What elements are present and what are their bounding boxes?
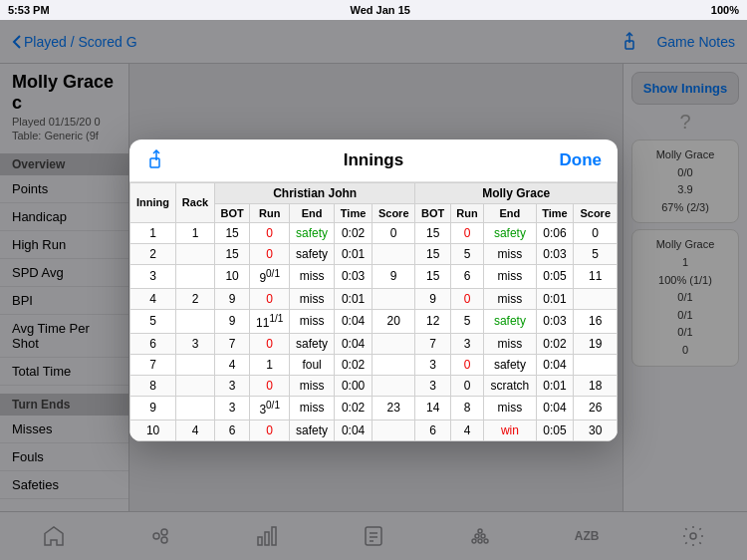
col-cj-end: End bbox=[290, 203, 335, 222]
status-time: 5:53 PM bbox=[8, 4, 50, 16]
modal-done-button[interactable]: Done bbox=[560, 150, 603, 170]
col-mg-run: Run bbox=[450, 203, 483, 222]
col-mg-end: End bbox=[484, 203, 536, 222]
modal-title: Innings bbox=[205, 150, 542, 170]
modal-overlay: Innings Done Inning Rack Christian John … bbox=[0, 20, 747, 560]
modal-scroll-area[interactable]: Inning Rack Christian John Molly Grace B… bbox=[129, 182, 618, 441]
table-row: 741foul0:0230safety0:04 bbox=[130, 354, 618, 375]
table-row: 9330/1miss0:0223148miss0:0426 bbox=[130, 396, 618, 420]
col-mg-bot: BOT bbox=[415, 203, 450, 222]
col-cj-run: Run bbox=[250, 203, 290, 222]
table-row: 4290miss0:0190miss0:01 bbox=[130, 288, 618, 309]
table-row: 10460safety0:0464win0:0530 bbox=[130, 420, 618, 440]
status-bar: 5:53 PM Wed Jan 15 100% bbox=[0, 0, 747, 20]
col-mg-score: Score bbox=[574, 203, 618, 222]
col-christian-john: Christian John bbox=[214, 182, 415, 203]
svg-rect-18 bbox=[150, 158, 159, 167]
table-row: 6370safety0:0473miss0:0219 bbox=[130, 333, 618, 354]
col-inning: Inning bbox=[130, 182, 176, 222]
col-cj-time: Time bbox=[335, 203, 373, 222]
col-molly-grace: Molly Grace bbox=[415, 182, 618, 203]
status-battery: 100% bbox=[711, 4, 739, 16]
table-row: 31090/1miss0:039156miss0:0511 bbox=[130, 264, 618, 288]
col-rack: Rack bbox=[176, 182, 215, 222]
modal-share-area bbox=[145, 149, 205, 171]
col-mg-time: Time bbox=[536, 203, 574, 222]
table-row: 59111/1miss0:0420125safety0:0316 bbox=[130, 309, 618, 333]
table-row: 830miss0:0030scratch0:0118 bbox=[130, 375, 618, 396]
innings-modal: Innings Done Inning Rack Christian John … bbox=[129, 140, 618, 441]
col-cj-score: Score bbox=[372, 203, 414, 222]
table-row: 11150safety0:020150safety0:060 bbox=[130, 222, 618, 243]
table-row: 2150safety0:01155miss0:035 bbox=[130, 243, 618, 264]
col-cj-bot: BOT bbox=[214, 203, 249, 222]
modal-header-right: Done bbox=[542, 150, 602, 170]
innings-table: Inning Rack Christian John Molly Grace B… bbox=[129, 182, 618, 441]
modal-header: Innings Done bbox=[129, 140, 618, 182]
share-icon-modal[interactable] bbox=[145, 149, 167, 171]
status-date: Wed Jan 15 bbox=[351, 4, 410, 16]
